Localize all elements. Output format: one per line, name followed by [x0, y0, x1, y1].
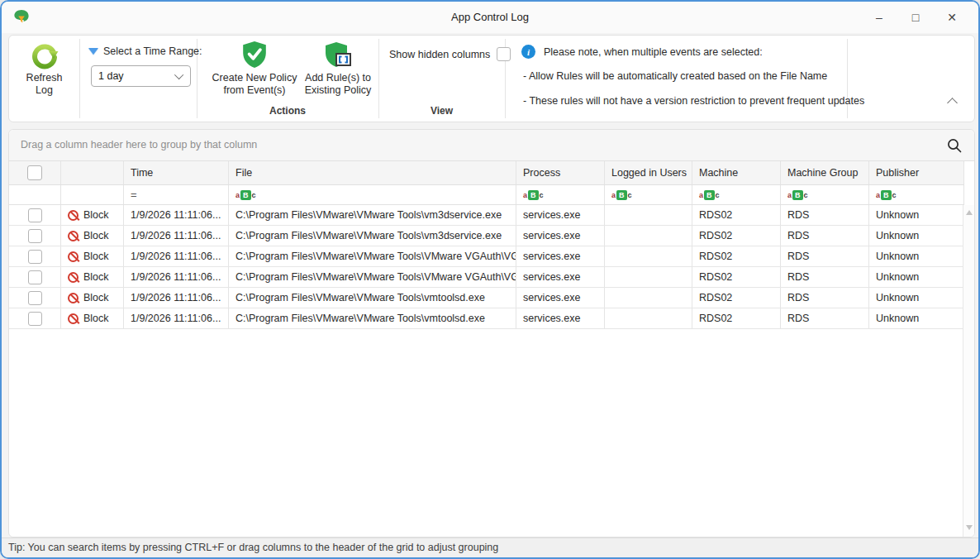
row-publisher-cell: Unknown: [869, 205, 964, 225]
status-bar: Tip: You can search items by pressing CT…: [2, 538, 978, 557]
table-row[interactable]: Block 1/9/2026 11:11:06... C:\Program Fi…: [9, 205, 964, 226]
vertical-scrollbar[interactable]: [963, 205, 974, 537]
row-checkbox[interactable]: [28, 312, 42, 326]
row-machine-cell: RDS02: [692, 267, 781, 287]
table-row[interactable]: Block 1/9/2026 11:11:06... C:\Program Fi…: [9, 246, 964, 267]
row-file-cell: C:\Program Files\VMware\VMware Tools\VMw…: [229, 246, 516, 266]
minimize-button[interactable]: –: [861, 3, 897, 31]
row-logged-in-users-cell: [605, 308, 692, 328]
actions-group-label: Actions: [197, 105, 378, 117]
toolbar-divider: [79, 39, 80, 118]
row-checkbox[interactable]: [28, 229, 42, 243]
table-row[interactable]: Block 1/9/2026 11:11:06... C:\Program Fi…: [9, 288, 964, 308]
window-controls: – □ ✕: [861, 2, 970, 33]
text-filter-icon[interactable]: aBc: [876, 190, 897, 200]
text-filter-icon[interactable]: aBc: [523, 190, 544, 200]
time-range-label: Select a Time Range:: [103, 45, 202, 57]
table-row[interactable]: Block 1/9/2026 11:11:06... C:\Program Fi…: [9, 226, 964, 246]
tip-text: Tip: You can search items by pressing CT…: [8, 542, 498, 553]
row-machine-group-cell: RDS: [781, 246, 869, 266]
filter-cell-machine-group[interactable]: aBc: [781, 185, 869, 204]
table-row[interactable]: Block 1/9/2026 11:11:06... C:\Program Fi…: [9, 267, 964, 288]
search-icon[interactable]: [946, 137, 963, 154]
shield-brackets-icon: [324, 41, 352, 69]
equals-operator-icon[interactable]: =: [131, 189, 137, 201]
text-filter-icon[interactable]: aBc: [787, 190, 808, 200]
grid-body: Block 1/9/2026 11:11:06... C:\Program Fi…: [9, 205, 964, 329]
show-hidden-columns-checkbox[interactable]: [497, 47, 511, 61]
row-time-cell: 1/9/2026 11:11:06...: [124, 308, 229, 328]
row-select-cell: [9, 226, 61, 246]
filter-cell[interactable]: [61, 185, 124, 204]
select-all-checkbox[interactable]: [27, 165, 42, 180]
filter-cell-time[interactable]: =: [124, 185, 229, 204]
row-process-cell: services.exe: [516, 205, 605, 225]
row-file-cell: C:\Program Files\VMware\VMware Tools\vmt…: [229, 308, 516, 328]
row-time-cell: 1/9/2026 11:11:06...: [124, 205, 229, 225]
row-file-cell: C:\Program Files\VMware\VMware Tools\vm3…: [229, 205, 516, 225]
refresh-log-button[interactable]: Refresh Log: [9, 36, 79, 122]
filter-cell-logged-in-users[interactable]: aBc: [605, 185, 692, 204]
maximize-button[interactable]: □: [897, 3, 934, 31]
ribbon-collapse-button[interactable]: [949, 95, 956, 110]
row-logged-in-users-cell: [605, 205, 692, 225]
shield-check-icon: [241, 41, 268, 69]
scroll-down-icon[interactable]: [966, 525, 973, 530]
column-header-publisher[interactable]: Publisher: [869, 161, 964, 184]
filter-cell-machine[interactable]: aBc: [692, 185, 781, 204]
row-logged-in-users-cell: [605, 288, 692, 308]
filter-cell[interactable]: [9, 185, 61, 204]
row-process-cell: services.exe: [516, 226, 605, 246]
row-select-cell: [9, 246, 61, 266]
block-icon: [68, 231, 78, 241]
row-checkbox[interactable]: [28, 208, 42, 222]
column-header-machine-group[interactable]: Machine Group: [781, 161, 869, 184]
row-process-cell: services.exe: [516, 288, 605, 308]
time-range-value: 1 day: [98, 70, 177, 82]
create-policy-button[interactable]: Create New Policy from Event(s): [205, 41, 304, 97]
time-range-dropdown[interactable]: 1 day: [91, 65, 191, 87]
row-action-cell: Block: [61, 205, 124, 225]
column-header-logged-in-users[interactable]: Logged in Users: [605, 161, 692, 184]
row-machine-group-cell: RDS: [781, 308, 869, 328]
grid-header-row: Time File Process Logged in Users Machin…: [9, 161, 964, 184]
window-title: App Control Log: [2, 2, 978, 33]
filter-cell-file[interactable]: aBc: [229, 185, 516, 204]
column-header-machine[interactable]: Machine: [692, 161, 781, 184]
action-badge: Block: [68, 271, 109, 283]
group-by-bar[interactable]: Drag a column header here to group by th…: [9, 130, 974, 161]
action-badge: Block: [68, 251, 109, 262]
note-line-1: i Please note, when multiple events are …: [521, 45, 763, 59]
column-header-process[interactable]: Process: [516, 161, 605, 184]
time-range-label-row: Select a Time Range:: [88, 45, 202, 57]
add-rules-button[interactable]: Add Rule(s) to Existing Policy: [300, 41, 376, 97]
row-action-cell: Block: [61, 308, 124, 328]
row-publisher-cell: Unknown: [869, 267, 964, 287]
row-time-cell: 1/9/2026 11:11:06...: [124, 288, 229, 308]
column-header-file[interactable]: File: [229, 161, 516, 184]
scroll-up-icon[interactable]: [966, 210, 973, 215]
action-label: Block: [83, 292, 109, 303]
table-row[interactable]: Block 1/9/2026 11:11:06... C:\Program Fi…: [9, 308, 964, 329]
filter-cell-process[interactable]: aBc: [516, 185, 605, 204]
filter-cell-publisher[interactable]: aBc: [869, 185, 964, 204]
action-badge: Block: [68, 292, 109, 303]
row-action-cell: Block: [61, 267, 124, 287]
close-button[interactable]: ✕: [934, 3, 970, 31]
row-checkbox[interactable]: [28, 291, 42, 305]
row-machine-cell: RDS02: [692, 246, 781, 266]
text-filter-icon[interactable]: aBc: [699, 190, 720, 200]
row-file-cell: C:\Program Files\VMware\VMware Tools\VMw…: [229, 267, 516, 287]
row-select-cell: [9, 205, 61, 225]
row-machine-group-cell: RDS: [781, 226, 869, 246]
row-select-cell: [9, 308, 61, 328]
text-filter-icon[interactable]: aBc: [611, 190, 632, 200]
column-header-action[interactable]: [61, 161, 124, 184]
info-icon: i: [521, 45, 535, 59]
row-machine-cell: RDS02: [692, 308, 781, 328]
text-filter-icon[interactable]: aBc: [235, 190, 256, 200]
row-checkbox[interactable]: [28, 270, 42, 284]
column-header-time[interactable]: Time: [124, 161, 229, 184]
row-checkbox[interactable]: [28, 250, 42, 264]
row-time-cell: 1/9/2026 11:11:06...: [124, 246, 229, 266]
